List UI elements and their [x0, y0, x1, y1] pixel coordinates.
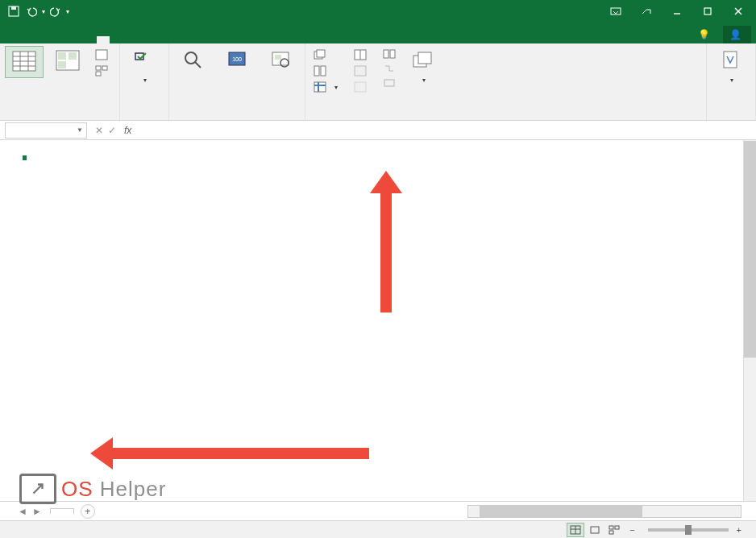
help-button[interactable]: 💡 — [698, 29, 713, 40]
svg-text:100: 100 — [232, 56, 242, 62]
svg-line-23 — [195, 62, 201, 68]
page-layout-view-icon[interactable] — [586, 523, 604, 537]
pagebreak-icon — [55, 48, 81, 73]
switch-window-icon — [410, 48, 436, 73]
ribbon-tabs: 💡 👤 — [0, 23, 756, 43]
macros-button[interactable]: ▾ — [712, 46, 750, 85]
quick-access-toolbar: ▾ ▾ — [0, 4, 69, 19]
svg-rect-52 — [609, 531, 613, 534]
undo-icon[interactable] — [24, 4, 39, 19]
svg-rect-51 — [615, 526, 619, 529]
svg-rect-18 — [96, 66, 101, 70]
normal-view-icon[interactable] — [567, 523, 584, 537]
spreadsheet-grid[interactable] — [0, 140, 756, 501]
svg-rect-40 — [384, 50, 388, 58]
sheet-nav-prev-icon[interactable]: ◄ — [16, 506, 29, 517]
svg-rect-14 — [58, 52, 66, 60]
tab-acrobat[interactable] — [123, 36, 135, 43]
sync-scroll-button[interactable] — [380, 62, 399, 75]
svg-rect-4 — [704, 8, 711, 14]
title-bar: ▾ ▾ — [0, 0, 756, 23]
new-window-button[interactable] — [310, 48, 341, 62]
tab-review[interactable] — [84, 36, 97, 43]
svg-rect-17 — [96, 50, 107, 60]
svg-rect-33 — [314, 82, 326, 92]
tab-layout[interactable] — [45, 36, 58, 43]
tab-insert[interactable] — [32, 36, 45, 43]
show-button[interactable]: ▾ — [125, 46, 164, 85]
window-controls — [601, 0, 756, 23]
zoom-icon — [181, 48, 206, 73]
svg-rect-19 — [102, 66, 107, 70]
freeze-panes-button[interactable]: ▾ — [310, 80, 341, 94]
share-button[interactable]: 👤 — [723, 26, 751, 43]
zoom-slider[interactable] — [648, 528, 729, 532]
save-icon[interactable] — [6, 4, 21, 19]
tab-home[interactable] — [19, 36, 32, 43]
svg-rect-1 — [11, 6, 16, 10]
pagebreak-view-icon[interactable] — [605, 523, 623, 537]
svg-rect-42 — [384, 80, 394, 86]
group-macros: ▾ — [707, 43, 756, 120]
svg-rect-49 — [591, 527, 599, 533]
tab-view[interactable] — [97, 36, 110, 43]
formula-input[interactable] — [136, 122, 756, 139]
zoom-in-button[interactable]: + — [737, 525, 741, 535]
group-show: ▾ — [120, 43, 169, 120]
sheet-nav-next-icon[interactable]: ► — [31, 506, 44, 517]
horizontal-scrollbar[interactable] — [467, 505, 741, 518]
custom-views-button[interactable] — [92, 64, 114, 78]
redo-icon[interactable] — [48, 4, 63, 19]
svg-rect-16 — [58, 61, 66, 68]
svg-rect-38 — [355, 66, 366, 76]
svg-rect-39 — [355, 82, 366, 92]
ribbon: ▾ 100 ▾ — [0, 43, 756, 121]
help-link-icon[interactable] — [632, 0, 661, 23]
reset-pos-button[interactable] — [380, 77, 399, 89]
svg-rect-32 — [321, 66, 326, 76]
hide-button[interactable] — [351, 64, 370, 78]
show-icon — [131, 48, 157, 73]
svg-rect-41 — [390, 50, 395, 58]
minimize-icon[interactable] — [663, 0, 692, 23]
pagebreak-view-button[interactable] — [48, 46, 87, 77]
group-zoom: 100 — [169, 43, 305, 120]
cancel-formula-icon[interactable]: ✕ — [95, 125, 103, 136]
enter-formula-icon[interactable]: ✓ — [108, 125, 116, 136]
vertical-scrollbar[interactable] — [743, 140, 756, 501]
svg-rect-27 — [275, 55, 281, 60]
page-layout-button[interactable] — [92, 48, 114, 62]
zoom-button[interactable] — [174, 46, 213, 77]
split-button[interactable] — [351, 48, 370, 62]
tab-data[interactable] — [71, 36, 84, 43]
ribbon-options-icon[interactable] — [601, 0, 630, 23]
svg-rect-50 — [609, 526, 613, 529]
arrange-all-button[interactable] — [310, 64, 341, 78]
view-side-button[interactable] — [380, 48, 399, 60]
macros-icon — [718, 48, 744, 73]
zoom-selection-button[interactable] — [261, 46, 300, 77]
normal-view-button[interactable] — [5, 46, 44, 78]
zoom-out-button[interactable]: − — [629, 525, 634, 535]
add-sheet-button[interactable]: + — [81, 504, 95, 519]
fx-icon[interactable]: fx — [124, 125, 131, 136]
oshelper-logo: OS Helper — [19, 474, 166, 504]
formula-bar: ▼ ✕ ✓ fx — [0, 121, 756, 140]
unhide-button[interactable] — [351, 80, 370, 94]
zoom-100-button[interactable]: 100 — [218, 46, 256, 77]
name-box[interactable]: ▼ — [5, 122, 87, 139]
sheet-tab[interactable] — [50, 508, 74, 514]
close-icon[interactable] — [724, 0, 753, 23]
svg-point-22 — [185, 52, 197, 64]
zoom-100-icon: 100 — [224, 48, 250, 73]
tab-formulas[interactable] — [58, 36, 71, 43]
svg-rect-44 — [418, 52, 431, 64]
tab-abbyy[interactable] — [110, 36, 123, 43]
status-bar: − + — [0, 520, 756, 538]
group-window: ▾ ▾ — [305, 43, 707, 120]
maximize-icon[interactable] — [693, 0, 722, 23]
person-icon: 👤 — [729, 29, 741, 40]
tab-file[interactable] — [3, 36, 19, 43]
switch-window-button[interactable]: ▾ — [404, 46, 442, 85]
zoom-sel-icon — [268, 48, 293, 73]
